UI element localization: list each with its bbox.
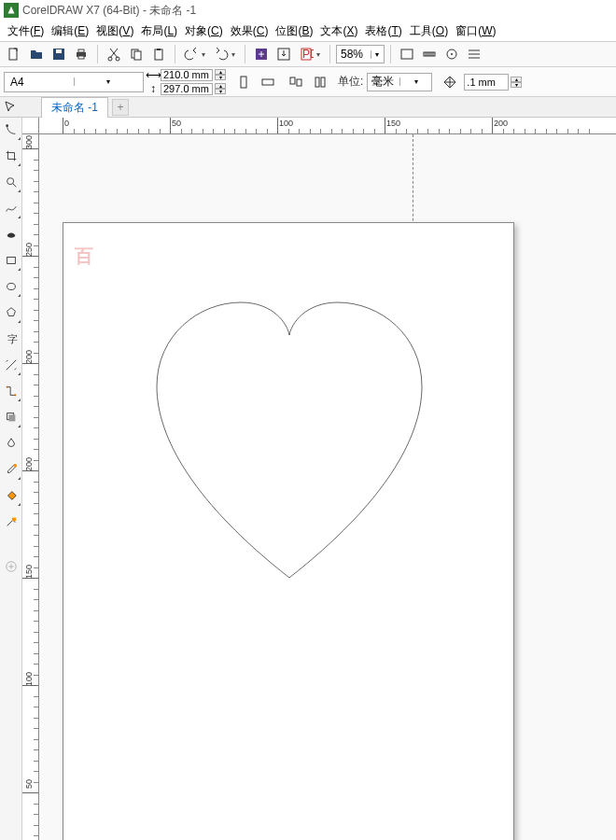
width-icon: ⟷ — [147, 69, 159, 80]
svg-text:字: 字 — [7, 333, 17, 344]
nudge-spinner[interactable]: ▴▾ — [511, 77, 522, 88]
ruler-horizontal[interactable]: 050100150200 — [39, 118, 616, 134]
menu-text[interactable]: 文本(X) — [318, 22, 359, 40]
new-button[interactable] — [4, 44, 24, 64]
ruler-vertical[interactable]: 300250200200150100500 — [22, 134, 39, 840]
drawing-viewport[interactable]: 百 — [39, 134, 616, 840]
separator — [390, 45, 391, 63]
property-bar: A4 ▾ ⟷ ▴▾ ↕ ▴▾ 单位: 毫米 ▾ ▴▾ — [0, 67, 616, 97]
menu-layout[interactable]: 布局(L) — [139, 22, 179, 40]
svg-rect-22 — [262, 79, 273, 85]
chevron-down-icon: ▾ — [74, 77, 144, 86]
svg-rect-25 — [315, 77, 319, 87]
fullscreen-preview-button[interactable] — [397, 44, 417, 64]
current-page-button[interactable] — [310, 72, 330, 92]
paste-button[interactable] — [148, 44, 169, 64]
smart-fill-tool[interactable] — [2, 511, 21, 532]
standard-toolbar: ▾ ▾ PDF▾ 58% ▾ — [0, 41, 616, 67]
svg-point-36 — [13, 464, 17, 468]
import-button[interactable] — [251, 44, 272, 64]
zoom-tool[interactable] — [2, 172, 21, 192]
rectangle-tool[interactable] — [2, 250, 21, 271]
separator — [245, 45, 245, 63]
redo-button[interactable]: ▾ — [211, 44, 239, 64]
add-document-button[interactable]: + — [112, 99, 129, 116]
menu-view[interactable]: 视图(V) — [94, 22, 135, 40]
copy-button[interactable] — [126, 44, 147, 64]
units-label: 单位: — [338, 74, 363, 90]
eyedropper-tool[interactable] — [2, 459, 21, 480]
svg-rect-33 — [14, 395, 16, 397]
width-spinner[interactable]: ▴▾ — [215, 69, 226, 80]
cut-button[interactable] — [104, 44, 124, 64]
menu-table[interactable]: 表格(T) — [363, 22, 403, 40]
page-width-field[interactable] — [161, 69, 213, 81]
svg-rect-12 — [157, 49, 161, 50]
svg-point-30 — [7, 284, 15, 290]
menu-window[interactable]: 窗口(W) — [454, 22, 497, 40]
export-button[interactable] — [273, 44, 294, 64]
quick-customize-button[interactable] — [2, 556, 21, 577]
publish-pdf-button[interactable]: PDF▾ — [296, 44, 324, 64]
options-button[interactable] — [464, 44, 484, 64]
chevron-down-icon: ▾ — [399, 77, 432, 86]
menu-object[interactable]: 对象(C) — [183, 22, 225, 40]
show-rulers-button[interactable] — [419, 44, 440, 64]
document-tab[interactable]: 未命名 -1 — [41, 97, 108, 118]
interactive-fill-tool[interactable] — [2, 485, 21, 506]
open-button[interactable] — [26, 44, 47, 64]
undo-button[interactable]: ▾ — [181, 44, 209, 64]
menu-bar: 文件(F) 编辑(E) 视图(V) 布局(L) 对象(C) 效果(C) 位图(B… — [0, 21, 616, 41]
svg-rect-24 — [297, 79, 301, 86]
zoom-level-combo[interactable]: 58% ▾ — [336, 45, 385, 63]
drop-shadow-tool[interactable] — [2, 407, 21, 427]
crop-tool[interactable] — [2, 146, 21, 166]
ellipse-tool[interactable] — [2, 276, 21, 297]
svg-rect-21 — [241, 77, 246, 88]
svg-rect-35 — [8, 414, 15, 421]
chevron-down-icon: ▾ — [371, 50, 384, 59]
svg-rect-6 — [78, 56, 84, 59]
height-spinner[interactable]: ▴▾ — [215, 83, 226, 94]
menu-effect[interactable]: 效果(C) — [229, 22, 271, 40]
page-height-field[interactable] — [161, 83, 213, 95]
svg-rect-17 — [401, 49, 413, 59]
menu-tools[interactable]: 工具(O) — [408, 22, 450, 40]
text-tool[interactable]: 字 — [2, 329, 21, 349]
pick-tool-icon[interactable] — [0, 98, 21, 117]
separator — [97, 45, 98, 63]
units-combo[interactable]: 毫米 ▾ — [367, 73, 432, 91]
svg-rect-5 — [78, 49, 84, 52]
ruler-origin[interactable] — [22, 118, 39, 134]
transparency-tool[interactable] — [2, 433, 21, 454]
parallel-dimension-tool[interactable] — [2, 355, 21, 375]
toolbox: 字 — [0, 118, 22, 840]
document-tab-bar: 未命名 -1 + — [0, 97, 616, 118]
shape-tool[interactable] — [2, 119, 21, 140]
app-logo-icon — [4, 3, 19, 18]
show-grid-button[interactable] — [441, 44, 462, 64]
svg-text:PDF: PDF — [302, 48, 314, 61]
page-size-combo[interactable]: A4 ▾ — [4, 72, 144, 92]
menu-file[interactable]: 文件(F) — [6, 22, 46, 40]
landscape-button[interactable] — [258, 72, 278, 92]
print-button[interactable] — [71, 44, 91, 64]
units-value: 毫米 — [368, 74, 399, 90]
all-pages-button[interactable] — [286, 72, 306, 92]
svg-rect-37 — [11, 518, 15, 522]
heart-shape[interactable] — [157, 302, 422, 578]
save-button[interactable] — [49, 44, 69, 64]
menu-edit[interactable]: 编辑(E) — [49, 22, 91, 40]
svg-point-28 — [7, 178, 13, 185]
nudge-distance-field[interactable] — [464, 74, 509, 91]
artistic-media-tool[interactable] — [2, 224, 21, 245]
svg-point-27 — [6, 124, 8, 127]
workspace: 字 050100150200 300250200200150100500 百 — [0, 118, 616, 840]
svg-rect-11 — [155, 49, 162, 60]
menu-bitmap[interactable]: 位图(B) — [273, 22, 315, 40]
connector-tool[interactable] — [2, 381, 21, 401]
polygon-tool[interactable] — [2, 302, 21, 323]
separator — [329, 45, 330, 63]
freehand-tool[interactable] — [2, 198, 21, 218]
portrait-button[interactable] — [233, 72, 254, 92]
